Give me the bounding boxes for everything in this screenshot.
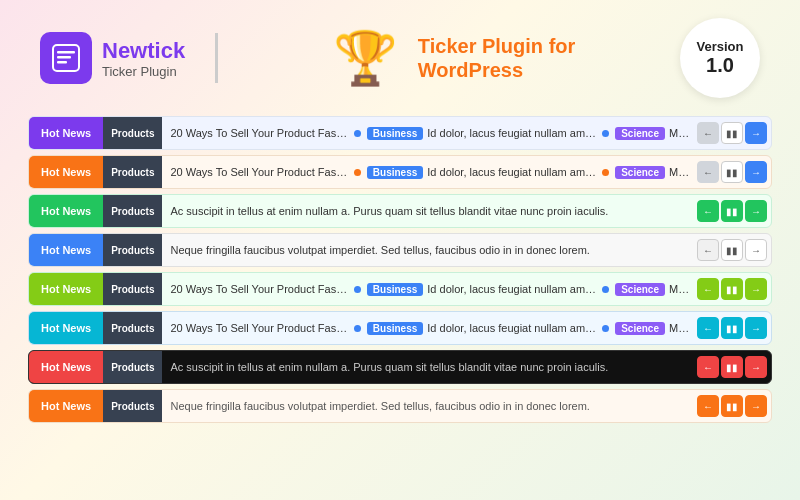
next-button[interactable]: → — [745, 395, 767, 417]
ticker-row-8: Hot NewsProductsNeque fringilla faucibus… — [28, 389, 772, 423]
logo-title: Newtick — [102, 38, 185, 64]
dot-separator — [354, 130, 361, 137]
ticker-text-3: Mi s — [669, 283, 689, 295]
hot-badge: Hot News — [29, 390, 103, 422]
ticker-text-2: Id dolor, lacus feugiat nullam amet. — [427, 127, 596, 139]
ticker-content: 20 Ways To Sell Your Product FasterBusin… — [162, 312, 697, 344]
ticker-text-2: Id dolor, lacus feugiat nullam amet. — [427, 322, 596, 334]
next-button[interactable]: → — [745, 122, 767, 144]
ticker-text-2: Id dolor, lacus feugiat nullam amet. — [427, 283, 596, 295]
ticker-controls: ←▮▮→ — [697, 356, 767, 378]
ticker-content: Ac suscipit in tellus at enim nullam a. … — [162, 351, 697, 383]
category-badge: Products — [103, 195, 162, 227]
dot-separator-2 — [602, 130, 609, 137]
inline-category-2: Science — [615, 127, 665, 140]
ticker-row-7: Hot NewsProductsAc suscipit in tellus at… — [28, 350, 772, 384]
header: Newtick Ticker Plugin 🏆 Ticker Plugin fo… — [0, 0, 800, 108]
logo-text: Newtick Ticker Plugin — [102, 38, 185, 79]
prev-button[interactable]: ← — [697, 356, 719, 378]
hot-badge: Hot News — [29, 234, 103, 266]
next-button[interactable]: → — [745, 161, 767, 183]
prev-button[interactable]: ← — [697, 200, 719, 222]
prev-button[interactable]: ← — [697, 161, 719, 183]
ticker-text: Neque fringilla faucibus volutpat imperd… — [170, 400, 589, 412]
ticker-row-1: Hot NewsProducts20 Ways To Sell Your Pro… — [28, 116, 772, 150]
ticker-controls: ←▮▮→ — [697, 395, 767, 417]
hot-badge: Hot News — [29, 156, 103, 188]
next-button[interactable]: → — [745, 356, 767, 378]
prev-button[interactable]: ← — [697, 317, 719, 339]
ticker-content: 20 Ways To Sell Your Product FasterBusin… — [162, 117, 697, 149]
hot-badge: Hot News — [29, 273, 103, 305]
category-badge: Products — [103, 390, 162, 422]
pause-button[interactable]: ▮▮ — [721, 239, 743, 261]
next-button[interactable]: → — [745, 239, 767, 261]
ticker-text: Neque fringilla faucibus volutpat imperd… — [170, 244, 589, 256]
tagline: Ticker Plugin for WordPress — [418, 34, 575, 82]
ticker-controls: ←▮▮→ — [697, 278, 767, 300]
dot-separator-2 — [602, 169, 609, 176]
ticker-row-2: Hot NewsProducts20 Ways To Sell Your Pro… — [28, 155, 772, 189]
pause-button[interactable]: ▮▮ — [721, 122, 743, 144]
pause-button[interactable]: ▮▮ — [721, 317, 743, 339]
ticker-text-3: Mi s — [669, 166, 689, 178]
inline-category: Business — [367, 283, 423, 296]
svg-rect-3 — [57, 61, 67, 64]
category-badge: Products — [103, 234, 162, 266]
ticker-text-3: Mi s — [669, 127, 689, 139]
ticker-controls: ←▮▮→ — [697, 161, 767, 183]
category-badge: Products — [103, 117, 162, 149]
inline-category: Business — [367, 127, 423, 140]
pause-button[interactable]: ▮▮ — [721, 200, 743, 222]
ticker-text-3: Mi s — [669, 322, 689, 334]
prev-button[interactable]: ← — [697, 239, 719, 261]
divider — [215, 33, 218, 83]
tickers-container: Hot NewsProducts20 Ways To Sell Your Pro… — [28, 116, 772, 423]
dot-separator — [354, 286, 361, 293]
ticker-text: 20 Ways To Sell Your Product Faster — [170, 127, 347, 139]
logo-icon — [40, 32, 92, 84]
logo-area: Newtick Ticker Plugin — [40, 32, 185, 84]
ticker-content: 20 Ways To Sell Your Product FasterBusin… — [162, 156, 697, 188]
hot-badge: Hot News — [29, 312, 103, 344]
dot-separator — [354, 169, 361, 176]
prev-button[interactable]: ← — [697, 122, 719, 144]
ticker-controls: ←▮▮→ — [697, 122, 767, 144]
ticker-row-3: Hot NewsProductsAc suscipit in tellus at… — [28, 194, 772, 228]
dot-separator-2 — [602, 286, 609, 293]
ticker-content: Neque fringilla faucibus volutpat imperd… — [162, 234, 697, 266]
prev-button[interactable]: ← — [697, 278, 719, 300]
inline-category: Business — [367, 322, 423, 335]
ticker-text-2: Id dolor, lacus feugiat nullam amet. — [427, 166, 596, 178]
category-badge: Products — [103, 312, 162, 344]
ticker-content: Ac suscipit in tellus at enim nullam a. … — [162, 195, 697, 227]
trophy-area: 🏆 Ticker Plugin for WordPress — [248, 32, 660, 84]
ticker-content: Neque fringilla faucibus volutpat imperd… — [162, 390, 697, 422]
pause-button[interactable]: ▮▮ — [721, 395, 743, 417]
ticker-text: Ac suscipit in tellus at enim nullam a. … — [170, 361, 608, 373]
next-button[interactable]: → — [745, 278, 767, 300]
logo-subtitle: Ticker Plugin — [102, 64, 185, 79]
version-badge: Version 1.0 — [680, 18, 760, 98]
ticker-controls: ←▮▮→ — [697, 239, 767, 261]
ticker-text: 20 Ways To Sell Your Product Faster — [170, 322, 347, 334]
dot-separator — [354, 325, 361, 332]
category-badge: Products — [103, 156, 162, 188]
pause-button[interactable]: ▮▮ — [721, 161, 743, 183]
inline-category-2: Science — [615, 322, 665, 335]
pause-button[interactable]: ▮▮ — [721, 278, 743, 300]
hot-badge: Hot News — [29, 351, 103, 383]
ticker-text: 20 Ways To Sell Your Product Faster — [170, 283, 347, 295]
pause-button[interactable]: ▮▮ — [721, 356, 743, 378]
ticker-row-6: Hot NewsProducts20 Ways To Sell Your Pro… — [28, 311, 772, 345]
inline-category-2: Science — [615, 283, 665, 296]
ticker-content: 20 Ways To Sell Your Product FasterBusin… — [162, 273, 697, 305]
prev-button[interactable]: ← — [697, 395, 719, 417]
dot-separator-2 — [602, 325, 609, 332]
category-badge: Products — [103, 351, 162, 383]
next-button[interactable]: → — [745, 317, 767, 339]
ticker-text: 20 Ways To Sell Your Product Faster — [170, 166, 347, 178]
inline-category-2: Science — [615, 166, 665, 179]
trophy-icon: 🏆 — [333, 32, 398, 84]
next-button[interactable]: → — [745, 200, 767, 222]
